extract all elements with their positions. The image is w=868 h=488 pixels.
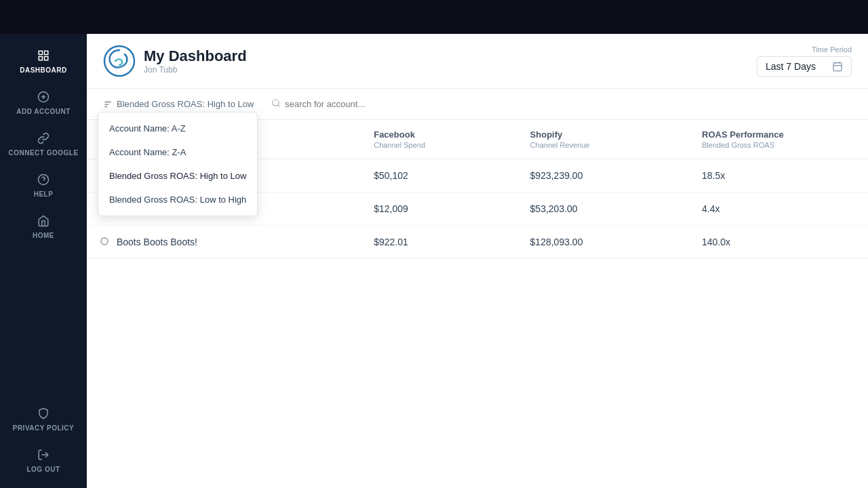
log-out-icon xyxy=(37,448,50,462)
svg-rect-2 xyxy=(39,57,42,60)
sidebar-item-log-out[interactable]: LOG OUT xyxy=(7,440,80,481)
dropdown-item-roas-high-low[interactable]: Blended Gross ROAS: High to Low xyxy=(98,164,257,188)
dropdown-item-roas-low-high[interactable]: Blended Gross ROAS: Low to High xyxy=(98,188,257,211)
svg-rect-3 xyxy=(45,57,48,60)
home-icon xyxy=(37,214,50,228)
sidebar: DASHBOARD ADD ACCOUNT CONNECT GOOGLE xyxy=(0,34,87,488)
user-name: Jon Tubb xyxy=(144,65,247,75)
dropdown-label-name-az: Account Name: A-Z xyxy=(109,123,186,134)
dropdown-label-name-za: Account Name: Z-A xyxy=(109,147,186,157)
facebook-spend-2: $12,009 xyxy=(360,192,516,226)
header-title: My Dashboard Jon Tubb xyxy=(144,47,247,75)
radio-dot-3 xyxy=(100,237,108,245)
sidebar-label-log-out: LOG OUT xyxy=(26,466,60,473)
top-bar xyxy=(0,0,868,34)
col-header-roas: ROAS Performance Blended Gross ROAS xyxy=(688,120,868,159)
app-container: DASHBOARD ADD ACCOUNT CONNECT GOOGLE xyxy=(0,34,868,488)
roas-value-2: 4.4x xyxy=(688,192,868,226)
search-input[interactable] xyxy=(285,99,529,109)
sidebar-item-add-account[interactable]: ADD ACCOUNT xyxy=(0,82,87,123)
col-header-facebook: Facebook Channel Spend xyxy=(360,120,516,159)
time-period-section: Time Period Last 7 Days xyxy=(757,45,852,77)
sidebar-item-dashboard[interactable]: DASHBOARD xyxy=(0,41,87,82)
table-row: Boots Boots Boots! $922.01 $128,093.00 1… xyxy=(87,226,868,259)
sort-button[interactable]: Blended Gross ROAS: High to Low Account … xyxy=(98,96,259,112)
sidebar-label-add-account: ADD ACCOUNT xyxy=(16,108,71,115)
plus-circle-icon xyxy=(37,90,50,104)
time-period-value: Last 7 Days xyxy=(766,61,816,72)
link-icon xyxy=(37,131,50,145)
sidebar-bottom: PRIVACY POLICY LOG OUT xyxy=(7,399,80,481)
calendar-icon xyxy=(832,61,843,72)
roas-value-1: 18.5x xyxy=(688,159,868,192)
svg-rect-0 xyxy=(39,51,42,54)
sort-dropdown: Account Name: A-Z Account Name: Z-A Blen… xyxy=(98,112,258,216)
search-icon xyxy=(271,98,281,110)
sidebar-label-dashboard: DASHBOARD xyxy=(20,66,67,74)
sidebar-item-help[interactable]: HELP xyxy=(0,165,87,206)
svg-point-18 xyxy=(273,100,279,106)
dropdown-item-name-za[interactable]: Account Name: Z-A xyxy=(98,140,257,164)
sidebar-item-connect-google[interactable]: CONNECT GOOGLE xyxy=(0,123,87,165)
account-name-3: Boots Boots Boots! xyxy=(87,226,360,259)
main-content: My Dashboard Jon Tubb Time Period Last 7… xyxy=(87,34,868,488)
col-header-shopify: Shopify Channel Revenue xyxy=(517,120,688,159)
sidebar-label-home: HOME xyxy=(33,232,54,239)
sidebar-item-privacy-policy[interactable]: PRIVACY POLICY xyxy=(7,399,80,440)
sort-label: Blended Gross ROAS: High to Low xyxy=(117,99,254,109)
svg-rect-11 xyxy=(833,63,842,71)
dropdown-label-roas-high-low: Blended Gross ROAS: High to Low xyxy=(109,171,246,181)
filter-bar: Blended Gross ROAS: High to Low Account … xyxy=(87,89,868,120)
shopify-revenue-3: $128,093.00 xyxy=(517,226,688,259)
header-left: My Dashboard Jon Tubb xyxy=(103,45,247,77)
sort-icon xyxy=(103,100,113,109)
logo-icon xyxy=(103,45,136,77)
shield-icon xyxy=(37,407,50,420)
time-period-label: Time Period xyxy=(812,45,852,54)
help-icon xyxy=(37,173,50,186)
search-container xyxy=(264,96,536,113)
svg-rect-1 xyxy=(45,51,48,54)
facebook-spend-3: $922.01 xyxy=(360,226,516,259)
dropdown-label-roas-low-high: Blended Gross ROAS: Low to High xyxy=(109,195,246,205)
sidebar-label-privacy-policy: PRIVACY POLICY xyxy=(13,424,75,432)
shopify-revenue-1: $923,239.00 xyxy=(517,159,688,192)
sidebar-label-help: HELP xyxy=(34,190,54,198)
facebook-spend-1: $50,102 xyxy=(360,159,516,192)
dropdown-item-name-az[interactable]: Account Name: A-Z xyxy=(98,117,257,140)
shopify-revenue-2: $53,203.00 xyxy=(517,192,688,226)
page-header: My Dashboard Jon Tubb Time Period Last 7… xyxy=(87,34,868,89)
dashboard-title: My Dashboard xyxy=(144,47,247,65)
grid-icon xyxy=(37,49,50,62)
svg-line-19 xyxy=(278,105,280,107)
time-period-selector[interactable]: Last 7 Days xyxy=(757,56,852,77)
sidebar-item-home[interactable]: HOME xyxy=(0,206,87,247)
roas-value-3: 140.0x xyxy=(688,226,868,259)
sidebar-label-connect-google: CONNECT GOOGLE xyxy=(8,149,78,157)
